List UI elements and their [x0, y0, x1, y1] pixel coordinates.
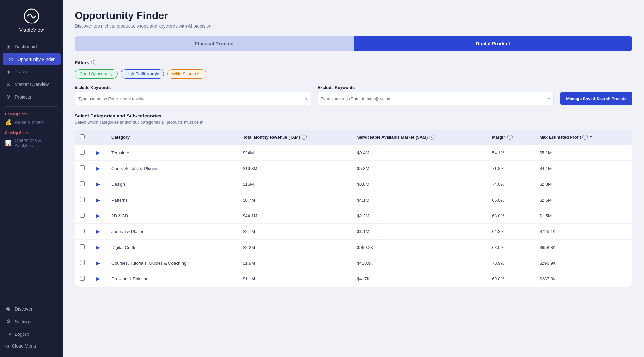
tracker-icon: ◈	[5, 69, 12, 75]
max-profit-info-icon[interactable]: i	[582, 135, 588, 140]
sidebar-item-projects[interactable]: ⚲ Projects	[0, 90, 63, 103]
row-expand-button-1[interactable]: ▶	[95, 165, 101, 172]
close-menu-label: Close Menu	[12, 343, 36, 349]
row-expand-cell: ▶	[90, 145, 106, 161]
sam-info-icon[interactable]: i	[429, 135, 434, 140]
operations-icon: 📊	[5, 140, 12, 146]
coming-soon-operations: Coming Soon 📊 Operations & Analytics	[0, 128, 63, 151]
table-row: ▶ Courses, Tutorials, Guides & Coaching …	[75, 255, 632, 271]
table-row: ▶ Digital Crafts $2.2M $969.2K 68.0% $65…	[75, 240, 632, 255]
row-checkbox-cell	[75, 224, 90, 240]
coming-soon-label-raise: Coming Soon	[0, 110, 63, 116]
exclude-keywords-group: Exclude Keywords - - ▾	[318, 85, 554, 105]
projects-icon: ⚲	[5, 94, 12, 100]
row-sam: $418.9K	[352, 255, 487, 271]
row-category: Journal & Planner	[106, 224, 238, 240]
row-tam: $16M	[238, 176, 352, 192]
th-expand	[90, 130, 106, 145]
row-checkbox-1[interactable]	[80, 165, 85, 170]
row-checkbox-cell	[75, 192, 90, 208]
row-expand-button-4[interactable]: ▶	[95, 212, 101, 219]
sidebar-item-settings[interactable]: ⚙ Settings	[0, 315, 63, 328]
dashboard-icon: ⊞	[5, 43, 12, 50]
filters-label: Filters i	[75, 60, 632, 65]
sidebar-item-opportunity-finder[interactable]: ◎ Opportunity Finder	[3, 53, 61, 65]
row-expand-button-6[interactable]: ▶	[95, 244, 101, 250]
include-chevron-icon[interactable]: ▾	[305, 96, 308, 101]
row-expand-button-0[interactable]: ▶	[95, 149, 101, 156]
keywords-row: Include Keywords - - ▾ Exclude Keywords …	[75, 85, 632, 105]
sidebar-item-market-overview[interactable]: ⊙ Market Overview	[0, 78, 63, 90]
filters-info-icon[interactable]: i	[91, 60, 96, 65]
row-max-profit: $2.6M	[534, 192, 632, 208]
sidebar-navigation: ⊞ Dashboard ◎ Opportunity Finder ◈ Track…	[0, 39, 63, 297]
table-row: ▶ Template $24M $9.4M 54.1% $5.1M	[75, 145, 632, 161]
row-tam: $24M	[238, 145, 352, 161]
th-max-profit[interactable]: Max Estimated Profit i ▼	[534, 130, 632, 145]
sidebar-item-raise-invest[interactable]: 💰 Raise & Invest	[0, 116, 63, 128]
row-margin: 68.0%	[487, 240, 534, 255]
row-category: Code, Scripts, & Plugins	[106, 161, 238, 176]
row-tam: $1.1M	[238, 271, 352, 287]
row-expand-cell: ▶	[90, 176, 106, 192]
row-checkbox-2[interactable]	[80, 181, 85, 186]
sidebar-item-operations-analytics[interactable]: 📊 Operations & Analytics	[0, 135, 63, 151]
categories-title: Select Categories and Sub-categories	[75, 113, 632, 118]
row-checkbox-3[interactable]	[80, 197, 85, 202]
tab-physical-product[interactable]: Physical Product	[75, 36, 354, 51]
tam-info-icon[interactable]: i	[302, 135, 307, 140]
th-sam: Serviceable Available Market (SAM) i	[352, 130, 487, 145]
select-all-checkbox[interactable]	[80, 134, 85, 139]
exclude-keywords-input[interactable]	[321, 96, 542, 101]
row-expand-button-7[interactable]: ▶	[95, 260, 101, 266]
logo-icon	[23, 8, 40, 24]
row-sam: $969.2K	[352, 240, 487, 255]
manage-saved-search-presets-button[interactable]: Manage Saved Search Presets	[560, 92, 632, 105]
include-keywords-input[interactable]	[78, 96, 299, 101]
chip-wide-search-all[interactable]: Wide Search All	[167, 69, 207, 79]
close-menu-icon: ◁	[5, 343, 9, 349]
row-sam: $5.8M	[352, 161, 487, 176]
sidebar-item-logout[interactable]: ⇥ Logout	[0, 328, 63, 340]
row-expand-cell: ▶	[90, 224, 106, 240]
tab-digital-product[interactable]: Digital Product	[354, 36, 633, 51]
table-row: ▶ Code, Scripts, & Plugins $16.3M $5.8M …	[75, 161, 632, 176]
sidebar-logo: ViableView	[0, 0, 63, 39]
row-tam: $2.7M	[238, 224, 352, 240]
categories-table: Category Total Monthy Revenue (TAM) i Se…	[75, 130, 632, 287]
row-expand-button-2[interactable]: ▶	[95, 181, 101, 187]
sidebar-item-label: Discover	[15, 306, 32, 312]
chip-high-profit-margin[interactable]: High Profit Margin	[121, 69, 164, 79]
row-sam: $9.4M	[352, 145, 487, 161]
chip-good-opportunity[interactable]: Good Opportunity	[75, 69, 118, 79]
margin-info-icon[interactable]: i	[507, 135, 513, 140]
row-margin: 70.9%	[487, 255, 534, 271]
row-checkbox-8[interactable]	[80, 276, 85, 281]
coming-soon-label-ops: Coming Soon	[0, 128, 63, 135]
row-checkbox-6[interactable]	[80, 244, 85, 249]
exclude-chevron-icon[interactable]: ▾	[548, 96, 550, 101]
row-expand-button-8[interactable]: ▶	[95, 276, 101, 282]
row-sam: $1.1M	[352, 224, 487, 240]
raise-invest-icon: 💰	[5, 119, 12, 125]
sidebar-item-label: Settings	[15, 319, 31, 324]
sidebar-item-tracker[interactable]: ◈ Tracker	[0, 65, 63, 78]
sidebar-item-discover[interactable]: ◉ Discover	[0, 303, 63, 315]
row-max-profit: $658.8K	[534, 240, 632, 255]
filter-chips: Good Opportunity High Profit Margin Wide…	[75, 69, 632, 79]
row-checkbox-4[interactable]	[80, 213, 85, 218]
table-row: ▶ Drawing & Painting $1.1M $417K 69.0% $…	[75, 271, 632, 287]
sidebar-item-dashboard[interactable]: ⊞ Dashboard	[0, 40, 63, 53]
row-expand-button-3[interactable]: ▶	[95, 197, 101, 203]
row-checkbox-0[interactable]	[80, 150, 85, 155]
opportunity-finder-icon: ◎	[8, 56, 14, 62]
table-header: Category Total Monthy Revenue (TAM) i Se…	[75, 130, 632, 145]
row-expand-button-5[interactable]: ▶	[95, 228, 101, 235]
row-checkbox-7[interactable]	[80, 260, 85, 265]
market-overview-icon: ⊙	[5, 81, 12, 87]
sidebar-item-label: Tracker	[15, 69, 30, 74]
close-menu-button[interactable]: ◁ Close Menu	[0, 340, 63, 352]
row-checkbox-5[interactable]	[80, 229, 85, 233]
table-row: ▶ Patterns $8.7M $4.1M 65.0% $2.6M	[75, 192, 632, 208]
row-tam: $2.2M	[238, 240, 352, 255]
